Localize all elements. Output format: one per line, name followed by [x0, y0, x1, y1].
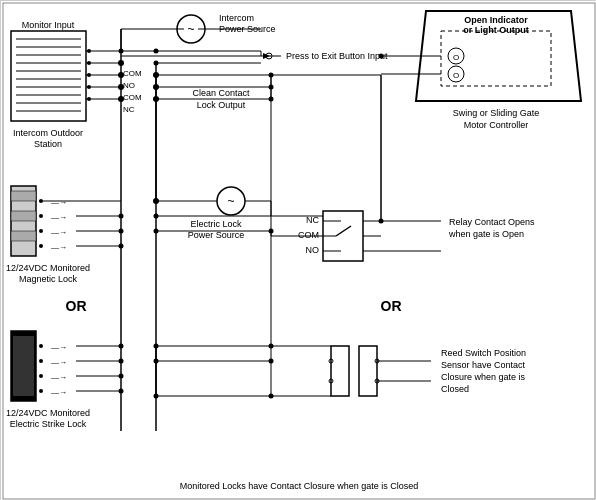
svg-point-105: [119, 389, 124, 394]
svg-text:~: ~: [187, 22, 194, 36]
svg-point-69: [39, 244, 43, 248]
svg-text:—→: —→: [51, 358, 67, 367]
svg-text:~: ~: [227, 194, 234, 208]
svg-rect-63: [11, 191, 36, 201]
svg-text:OR: OR: [66, 298, 87, 314]
svg-point-171: [269, 229, 274, 234]
svg-text:Clean Contact: Clean Contact: [192, 88, 250, 98]
svg-text:NO: NO: [123, 81, 135, 90]
svg-point-44: [118, 72, 124, 78]
svg-text:Motor Controller: Motor Controller: [464, 120, 529, 130]
svg-text:Intercom Outdoor: Intercom Outdoor: [13, 128, 83, 138]
svg-text:Open Indicator: Open Indicator: [464, 15, 528, 25]
svg-text:Electric Lock: Electric Lock: [190, 219, 242, 229]
svg-point-169: [154, 394, 159, 399]
svg-point-91: [39, 359, 43, 363]
svg-text:Monitored Locks have Contact C: Monitored Locks have Contact Closure whe…: [180, 481, 419, 491]
svg-text:NO: NO: [306, 245, 320, 255]
svg-text:12/24VDC Monitored: 12/24VDC Monitored: [6, 408, 90, 418]
svg-point-68: [39, 229, 43, 233]
svg-point-78: [119, 214, 124, 219]
svg-text:Lock Output: Lock Output: [197, 100, 246, 110]
svg-point-43: [118, 60, 124, 66]
svg-point-67: [39, 214, 43, 218]
svg-text:Reed Switch Position: Reed Switch Position: [441, 348, 526, 358]
svg-text:—→: —→: [51, 228, 67, 237]
svg-point-104: [119, 374, 124, 379]
svg-rect-65: [11, 231, 36, 241]
svg-text:—→: —→: [51, 243, 67, 252]
svg-point-46: [118, 84, 124, 90]
svg-point-79: [119, 229, 124, 234]
svg-point-93: [39, 389, 43, 393]
svg-text:—→: —→: [51, 373, 67, 382]
svg-text:COM: COM: [123, 69, 142, 78]
svg-text:Closed: Closed: [441, 384, 469, 394]
svg-text:—→: —→: [51, 198, 67, 207]
svg-text:NC: NC: [123, 105, 135, 114]
svg-text:—→: —→: [51, 343, 67, 352]
svg-point-103: [119, 359, 124, 364]
svg-text:COM: COM: [123, 93, 142, 102]
svg-rect-64: [11, 211, 36, 221]
svg-text:Closure when gate is: Closure when gate is: [441, 372, 526, 382]
svg-text:Monitor Input: Monitor Input: [22, 20, 75, 30]
svg-text:Relay Contact Opens: Relay Contact Opens: [449, 217, 535, 227]
svg-point-177: [269, 97, 274, 102]
wiring-diagram: Monitor Input Intercom Outdoor Station ~…: [0, 0, 596, 500]
svg-point-90: [39, 344, 43, 348]
svg-point-102: [119, 344, 124, 349]
svg-point-172: [269, 359, 274, 364]
svg-text:OR: OR: [381, 298, 402, 314]
svg-point-168: [269, 394, 274, 399]
svg-text:Swing or Sliding Gate: Swing or Sliding Gate: [453, 108, 540, 118]
svg-text:Press to Exit Button Input: Press to Exit Button Input: [286, 51, 388, 61]
svg-text:Station: Station: [34, 139, 62, 149]
svg-text:—→: —→: [51, 388, 67, 397]
svg-point-148: [379, 54, 384, 59]
svg-text:12/24VDC Monitored: 12/24VDC Monitored: [6, 263, 90, 273]
svg-point-80: [119, 244, 124, 249]
svg-point-83: [154, 214, 159, 219]
svg-text:—→: —→: [51, 213, 67, 222]
svg-text:or Light Output: or Light Output: [463, 25, 528, 35]
svg-text:Sensor have Contact: Sensor have Contact: [441, 360, 526, 370]
svg-point-48: [118, 96, 124, 102]
svg-point-84: [154, 229, 159, 234]
svg-point-176: [269, 85, 274, 90]
svg-rect-89: [13, 336, 34, 396]
svg-text:Intercom: Intercom: [219, 13, 254, 23]
svg-text:when gate is Open: when gate is Open: [448, 229, 524, 239]
svg-text:O: O: [453, 71, 459, 80]
svg-point-92: [39, 374, 43, 378]
svg-text:Magnetic Lock: Magnetic Lock: [19, 274, 78, 284]
svg-text:O: O: [453, 53, 459, 62]
svg-text:COM: COM: [298, 230, 319, 240]
svg-text:Electric Strike Lock: Electric Strike Lock: [10, 419, 87, 429]
